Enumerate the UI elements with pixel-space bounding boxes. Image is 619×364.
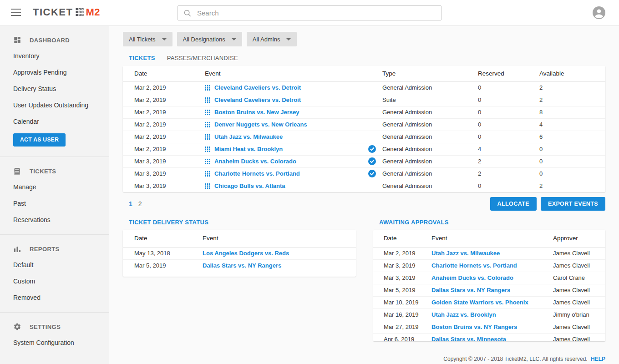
table-row: Mar 3, 2019 Chicago Bulls vs. Atlanta Ge… <box>123 180 605 192</box>
table-header-row: Date Event <box>123 230 356 247</box>
event-available: 6 <box>539 131 605 143</box>
sidebar-item-approvals-pending[interactable]: Approvals Pending <box>0 64 109 81</box>
event-date: Mar 2, 2019 <box>123 118 205 131</box>
table-row: Mar 3, 2019 Charlotte Hornets vs. Portla… <box>373 259 605 272</box>
event-link[interactable]: Dallas Stars vs. NY Rangers <box>203 262 281 269</box>
delivery-status-title: TICKET DELIVERY STATUS <box>129 219 356 226</box>
table-row: Mar 3, 2019 Anaheim Ducks vs. Colorado G… <box>123 155 605 167</box>
event-date: Mar 5, 2019 <box>123 259 203 272</box>
filter-all-tickets[interactable]: All Tickets <box>123 32 173 46</box>
event-date: Mar 3, 2019 <box>373 272 431 284</box>
sidebar-header-reports[interactable]: REPORTS <box>0 238 109 257</box>
sidebar-item-default[interactable]: Default <box>0 257 109 273</box>
sidebar-header-dashboard[interactable]: DASHBOARD <box>0 29 109 48</box>
sidebar: DASHBOARD Inventory Approvals Pending De… <box>0 26 109 364</box>
table-row: Mar 16, 2019 Utah Jazz vs. Brooklyn Jimm… <box>373 308 605 321</box>
app-logo: TICKET M2 <box>33 6 100 18</box>
logo-text-m2: M2 <box>86 6 100 18</box>
sidebar-section-settings: SETTINGS System Configuration <box>0 313 109 357</box>
sidebar-item-calendar[interactable]: Calendar <box>0 113 109 130</box>
sidebar-item-manage[interactable]: Manage <box>0 179 109 195</box>
event-link[interactable]: Dallas Stars vs. NY Rangers <box>431 287 510 293</box>
table-header-row: Date Event Approver <box>373 230 605 247</box>
sidebar-item-system-configuration[interactable]: System Configuration <box>0 334 109 351</box>
tickets-table-card: Date Event Type Reserved Available Mar 2… <box>123 66 605 192</box>
event-reserved: 0 <box>478 81 539 94</box>
event-available: 0 <box>539 155 605 167</box>
event-date: Mar 3, 2019 <box>123 180 205 192</box>
event-link[interactable]: Chicago Bulls vs. Atlanta <box>214 182 285 189</box>
page-1[interactable]: 1 <box>129 200 132 207</box>
event-reserved: 0 <box>478 131 539 143</box>
event-available: 4 <box>539 118 605 131</box>
event-link[interactable]: Utah Jazz vs. Milwaukee <box>431 250 500 257</box>
event-link[interactable]: Cleveland Caveliers vs. Detroit <box>214 84 301 91</box>
col-header-event: Event <box>431 230 553 247</box>
event-date: Mar 3, 2019 <box>123 167 205 180</box>
col-header-event: Event <box>205 66 382 81</box>
export-events-button[interactable]: EXPORT EVENTS <box>541 197 605 211</box>
sidebar-item-inventory[interactable]: Inventory <box>0 48 109 64</box>
awaiting-approvals-panel: AWAITING APPROVALS Date Event Approver M… <box>373 215 605 341</box>
search-bar[interactable] <box>178 5 441 20</box>
table-row: Mar 2, 2019 Utah Jazz vs. Milwaukee Jame… <box>373 247 605 259</box>
awaiting-approvals-title: AWAITING APPROVALS <box>379 219 605 226</box>
tab-passes-merchandise[interactable]: PASSES/MERCHANDISE <box>167 55 238 61</box>
top-bar: TICKET M2 <box>0 0 619 26</box>
sidebar-item-removed[interactable]: Removed <box>0 289 109 306</box>
event-link[interactable]: Golden State Warriors vs. Phoenix <box>431 299 528 306</box>
sidebar-item-past[interactable]: Past <box>0 195 109 212</box>
event-link[interactable]: Utah Jazz vs. Brooklyn <box>431 311 496 318</box>
approved-check-icon <box>368 170 376 177</box>
table-row: Mar 3, 2019 Anaheim Ducks vs. Colorado C… <box>373 272 605 284</box>
event-link[interactable]: Charlotte Hornets vs. Portland <box>431 262 517 269</box>
event-date: Mar 2, 2019 <box>123 94 205 106</box>
approver-name: James Clavell <box>553 259 605 272</box>
tab-bar: TICKETS PASSES/MERCHANDISE <box>123 55 605 61</box>
filter-all-designations[interactable]: All Designations <box>177 32 242 46</box>
ticket-icon <box>13 167 21 175</box>
event-date: Mar 2, 2019 <box>123 143 205 155</box>
sidebar-item-custom[interactable]: Custom <box>0 273 109 289</box>
tab-tickets[interactable]: TICKETS <box>129 55 155 61</box>
sidebar-item-delivery-status[interactable]: Delivery Status <box>0 81 109 97</box>
event-link[interactable]: Los Angeles Dodgers vs. Reds <box>203 250 289 257</box>
event-link[interactable]: Denver Nuggets vs. New Orleans <box>214 121 307 128</box>
allocate-button[interactable]: ALLOCATE <box>490 197 537 211</box>
approved-check-icon <box>368 145 376 153</box>
sidebar-item-user-updates-outstanding[interactable]: User Updates Outstanding <box>0 97 109 113</box>
approver-name: James Clavell <box>553 321 605 333</box>
event-link[interactable]: Cleveland Caveliers vs. Detroit <box>214 96 301 103</box>
event-link[interactable]: Utah Jazz vs. Milwaukee <box>214 133 283 140</box>
act-as-user-button[interactable]: ACT AS USER <box>13 133 66 147</box>
menu-icon[interactable] <box>11 9 21 17</box>
sidebar-item-reservations[interactable]: Reservations <box>0 212 109 228</box>
seat-grid-icon <box>205 122 210 127</box>
table-header-row: Date Event Type Reserved Available <box>123 66 605 81</box>
table-row: Mar 2, 2019 Cleveland Caveliers vs. Detr… <box>123 81 605 94</box>
sidebar-header-settings[interactable]: SETTINGS <box>0 315 109 334</box>
event-link[interactable]: Anaheim Ducks vs. Colorado <box>431 274 513 281</box>
logo-grid-icon <box>76 8 84 18</box>
event-link[interactable]: Dallas Stars vs. Minnesota <box>431 336 506 341</box>
event-link[interactable]: Anaheim Ducks vs. Colorado <box>214 158 296 165</box>
sidebar-header-tickets[interactable]: TICKETS <box>0 160 109 179</box>
event-date: Mar 3, 2019 <box>373 259 431 272</box>
event-link[interactable]: Boston Bruins vs. NY Rangers <box>431 324 517 330</box>
event-reserved: 0 <box>478 94 539 106</box>
help-link[interactable]: HELP <box>591 356 605 362</box>
filter-bar: All Tickets All Designations All Admins <box>123 32 605 46</box>
event-link[interactable]: Charlotte Hornets vs. Portland <box>214 170 300 177</box>
event-link[interactable]: Miami Heat vs. Brooklyn <box>214 146 283 152</box>
search-input[interactable] <box>197 9 441 17</box>
event-type: General Admission <box>382 118 478 131</box>
page-2[interactable]: 2 <box>138 200 142 207</box>
approver-name: James Clavell <box>553 333 605 341</box>
user-avatar[interactable] <box>593 6 605 19</box>
filter-label: All Admins <box>253 36 280 43</box>
filter-all-admins[interactable]: All Admins <box>247 32 297 46</box>
event-available: 0 <box>539 143 605 155</box>
table-row: Mar 2, 2019 Utah Jazz vs. Milwaukee Gene… <box>123 131 605 143</box>
event-link[interactable]: Boston Bruins vs. New Jersey <box>214 109 299 116</box>
approver-name: James Clavell <box>553 284 605 296</box>
